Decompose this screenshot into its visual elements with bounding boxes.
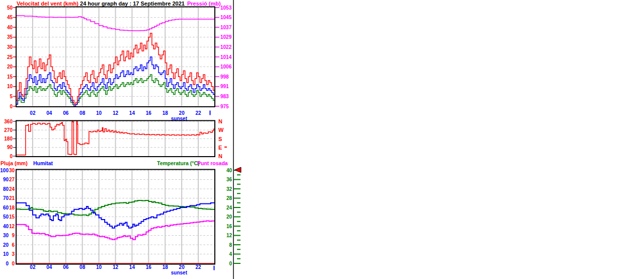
wind-axis-tick-label: 40	[7, 25, 13, 30]
x-tick-label: 14	[129, 264, 135, 270]
compass-label: W	[218, 127, 224, 133]
legend-dew-point: Punt rosada	[197, 160, 228, 166]
humidity-axis-tick-label: 40	[3, 224, 9, 229]
end-of-day-mark	[210, 111, 211, 115]
pressure-axis-tick-label: 991	[220, 84, 229, 89]
humidity-axis-tick-label: 80	[3, 186, 9, 192]
pressure-axis-tick-label: 1022	[220, 44, 232, 50]
humidity-axis-tick-label: 90	[3, 177, 9, 182]
legend-rain: Pluja (mm)	[1, 160, 28, 166]
direction-axis-tick-label: 180	[4, 136, 13, 142]
graph-title: 24 hour graph day : 17 Septiembre 2021	[80, 1, 185, 7]
temperature-axis-tick-label: 16	[226, 224, 232, 229]
x-tick-label: 22	[196, 110, 202, 116]
pressure-axis-tick-label: 1006	[220, 64, 232, 69]
x-tick-label: 22	[196, 264, 202, 270]
x-tick-label: 10	[96, 264, 102, 270]
compass-label: E	[218, 145, 222, 151]
wind-axis-tick-label: 30	[7, 44, 13, 50]
compass-label: N	[218, 153, 222, 159]
x-tick-label: 02	[30, 110, 36, 116]
current-value-pointer-icon	[234, 167, 241, 173]
direction-axis-tick-label: 90	[7, 145, 13, 150]
wind-axis-tick-label: 10	[7, 84, 13, 89]
wind-axis-tick-label: 20	[7, 64, 13, 69]
rain-axis-tick-label: 24	[9, 186, 15, 192]
humidity-axis-tick-label: 70	[3, 195, 9, 201]
compass-label: N	[218, 118, 222, 124]
legend-humidity: Humitat	[33, 160, 53, 166]
wind-axis-tick-label: 5	[10, 94, 13, 99]
direction-axis-tick-label: 270	[4, 127, 13, 133]
weather-graph-window: 5045403530252015105010531045103710291022…	[0, 0, 644, 279]
temperature-axis-tick-label: 32	[226, 186, 232, 192]
legend-temperature: Temperatura (°C)	[157, 160, 200, 166]
x-tick-label: 12	[113, 264, 119, 270]
x-tick-label: 14	[129, 110, 135, 116]
humidity-axis-tick-label: 10	[3, 251, 9, 257]
pressure-axis-title: Pressió (mb)	[187, 1, 221, 7]
temperature-axis-tick-label: 24	[226, 205, 232, 211]
x-tick-label: 20	[179, 264, 185, 270]
pressure-axis-tick-label: 1014	[220, 54, 232, 60]
sunset-label: sunset	[171, 270, 188, 275]
x-tick-label: 16	[146, 264, 152, 270]
pressure-axis-tick-label: 998	[220, 74, 229, 80]
x-tick-label: 08	[79, 110, 86, 116]
compass-marker-dash	[224, 147, 227, 148]
humidity-axis-tick-label: 20	[3, 242, 9, 248]
pressure-axis-tick-label: 1053	[220, 5, 232, 11]
x-tick-label: 04	[46, 264, 52, 270]
pressure-axis-tick-label: 983	[220, 94, 229, 99]
compass-label: S	[218, 136, 222, 142]
charts-canvas: 5045403530252015105010531045103710291022…	[0, 0, 644, 279]
rain-axis-tick-label: 3	[12, 251, 15, 257]
wind-axis-tick-label: 35	[7, 34, 13, 40]
temperature-axis-tick-label: 12	[226, 233, 232, 238]
wind-axis-tick-label: 25	[7, 54, 13, 60]
temperature-axis-tick-label: 0	[229, 261, 232, 266]
humidity-axis-tick-label: 0	[6, 261, 9, 266]
x-tick-label: 20	[179, 110, 185, 116]
x-tick-label: 08	[79, 264, 86, 270]
pressure-axis-tick-label: 1045	[220, 15, 232, 20]
x-tick-label: 10	[96, 110, 102, 116]
rain-axis-tick-label: 9	[12, 233, 15, 238]
x-tick-label: 04	[46, 110, 52, 116]
humidity-axis-tick-label: 60	[3, 205, 9, 211]
end-of-day-mark	[214, 266, 215, 270]
wind-axis-title: Velocitat del vent (kmh)	[17, 1, 78, 7]
x-tick-label: 12	[113, 110, 119, 116]
wind-axis-tick-label: 45	[7, 15, 13, 20]
rain-axis-tick-label: 27	[9, 177, 15, 182]
humidity-axis-tick-label: 30	[3, 233, 9, 238]
x-tick-label: 02	[30, 264, 36, 270]
rain-axis-tick-label: 30	[9, 168, 15, 173]
direction-axis-tick-label: 360	[4, 119, 13, 124]
wind-axis-tick-label: 0	[10, 104, 13, 109]
temperature-axis-tick-label: 36	[226, 177, 232, 182]
wind-axis-tick-label: 15	[7, 74, 13, 80]
pressure-axis-tick-label: 975	[220, 104, 229, 109]
rain-axis-tick-label: 18	[9, 205, 15, 211]
temperature-axis-tick-label: 40	[226, 168, 232, 173]
rain-axis-tick-label: 6	[12, 242, 15, 248]
temperature-axis-tick-label: 20	[226, 214, 232, 220]
wind-axis-tick-label: 50	[7, 5, 13, 11]
x-tick-label: 06	[63, 264, 69, 270]
temperature-axis-tick-label: 28	[226, 195, 232, 201]
rain-axis-tick-label: 15	[9, 214, 15, 220]
x-tick-label: 16	[146, 110, 152, 116]
pressure-axis-tick-label: 1029	[220, 34, 232, 40]
pressure-axis-tick-label: 1037	[220, 25, 232, 30]
x-tick-label: 18	[163, 264, 169, 270]
humidity-axis-tick-label: 50	[3, 214, 9, 220]
direction-axis-tick-label: 0	[10, 154, 13, 159]
x-tick-label: 18	[163, 110, 169, 116]
x-tick-label: 06	[63, 110, 69, 116]
humidity-axis-tick-label: 100	[0, 168, 9, 173]
rain-axis-tick-label: 21	[9, 195, 15, 201]
rain-axis-tick-label: 12	[9, 224, 15, 229]
temperature-axis-tick-label: 4	[229, 251, 232, 257]
temperature-axis-tick-label: 8	[229, 242, 232, 248]
